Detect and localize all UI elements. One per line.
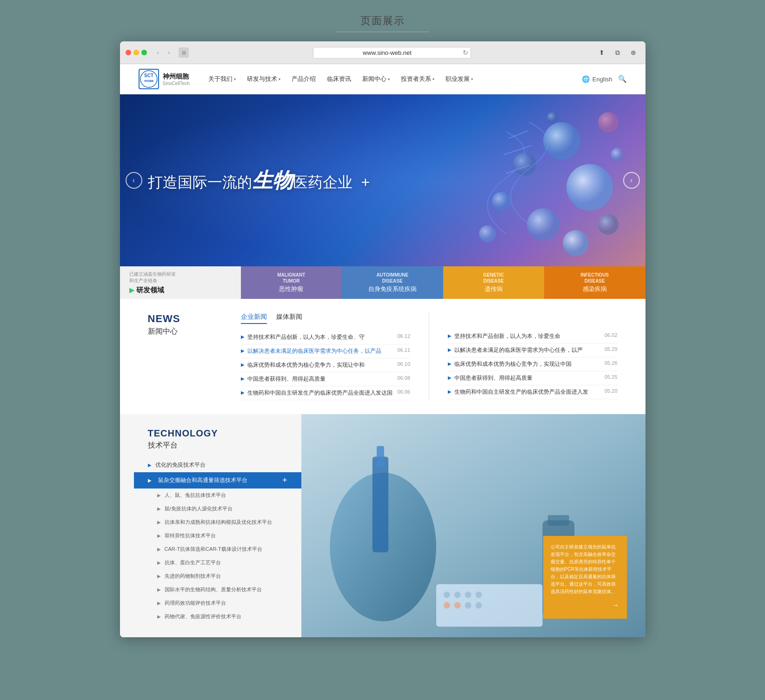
- news-label-en: NEWS: [148, 313, 222, 325]
- tab-company-news[interactable]: 企业新闻: [241, 313, 267, 324]
- address-bar-container: www.sino-web.net ↻: [313, 47, 471, 59]
- svg-point-29: [454, 602, 460, 609]
- nav-lang[interactable]: 🌐 English 🔍: [582, 75, 627, 83]
- research-tab-autoimmune[interactable]: AUTOIMMUNEDISEASE 自身免疫系统疾病: [342, 266, 443, 299]
- reload-button[interactable]: ↻: [463, 49, 468, 56]
- nav-news[interactable]: 新闻中心 ▾: [362, 75, 390, 83]
- page-title: 页面展示: [0, 14, 765, 28]
- tech-item-12[interactable]: ▶ 药物代谢、免疫源性评价技术平台: [143, 610, 301, 623]
- tech-item-11[interactable]: ▶ 药理药效功能评价技术平台: [143, 596, 301, 610]
- tech-list: ▶ 优化的免疫技术平台 ▶ 鼠杂交瘤融合和高通量筛选技术平台 + ▶ 人、鼠、兔…: [148, 458, 287, 623]
- news-item-date: 06.06: [397, 389, 410, 395]
- news-left-item-4: ▶ 中国患者获得到、用得起高质量 06.08: [241, 372, 411, 386]
- hero-title-prefix: 打造国际一流的: [148, 174, 252, 191]
- nav-career-arrow: ▾: [471, 77, 473, 81]
- close-dot[interactable]: [126, 50, 131, 55]
- tech-item-5[interactable]: ▶ 抗体亲和力成熟和抗体结构模拟及优化技术平台: [143, 515, 301, 529]
- tech-item-plus: +: [282, 475, 287, 485]
- tech-item-7[interactable]: ▶ CAR-T抗体筛选和CAR-T载体设计技术平台: [143, 542, 301, 556]
- news-right-item-2: ▶ 以解决患者未满足的临床医学需求为中心任务，以严 05.29: [448, 343, 618, 357]
- news-item-date: 05.29: [605, 346, 618, 352]
- tech-item-arrow: ▶: [157, 547, 161, 552]
- tech-item-8[interactable]: ▶ 抗体、蛋白生产工艺平台: [143, 556, 301, 569]
- tech-item-arrow: ▶: [157, 520, 161, 525]
- news-item-arrow: ▶: [241, 376, 245, 381]
- tech-item-4[interactable]: ▶ 鼠/免疫抗体的人源化技术平台: [143, 502, 301, 515]
- news-item-arrow: ▶: [448, 347, 452, 352]
- hero-title: 打造国际一流的生物医药企业 +: [148, 167, 370, 193]
- window-button[interactable]: ⊟: [179, 47, 189, 58]
- back-button[interactable]: ‹: [153, 48, 163, 57]
- forward-button[interactable]: ›: [165, 48, 174, 57]
- tech-item-label: 优化的免疫技术平台: [155, 461, 206, 469]
- globe-icon: 🌐: [582, 75, 590, 83]
- tech-item-1[interactable]: ▶ 优化的免疫技术平台: [148, 458, 287, 472]
- tab-autoimmune-en: AUTOIMMUNEDISEASE: [376, 272, 408, 284]
- share-button[interactable]: ⬆: [595, 46, 608, 59]
- tab-malignant-en: MALIGNANTTUMOR: [277, 272, 305, 284]
- news-left-item-2: ▶ 以解决患者未满足的临床医学需求为中心任务，以产品 06.11: [241, 344, 411, 358]
- lang-label: English: [592, 76, 612, 83]
- tab-genetic-en: GENETICDISEASE: [483, 272, 504, 284]
- svg-text:神州细胞: 神州细胞: [144, 79, 154, 82]
- news-item-text: 生物药和中国自主研发生产的临床优势产品全面进入发: [454, 388, 601, 396]
- tech-item-10[interactable]: ▶ 国际水平的生物药结构、质量分析技术平台: [143, 583, 301, 596]
- research-tab-genetic[interactable]: GENETICDISEASE 遗传病: [443, 266, 545, 299]
- news-left-item-3: ▶ 临床优势和成本优势为核心竞争力，实现让中和 06.10: [241, 358, 411, 372]
- tech-right: 公司自主研发建立领先的鼠单抗发现平台，包含高融合效率杂交瘤交量、抗原诱导的特异性…: [301, 414, 645, 637]
- tech-item-label: CAR-T抗体筛选和CAR-T载体设计技术平台: [165, 546, 262, 553]
- browser-chrome: ‹ › ⊟ www.sino-web.net ↻ ⬆ ⧉ ⊕: [120, 41, 645, 64]
- address-bar[interactable]: www.sino-web.net: [313, 47, 471, 59]
- news-item-arrow: ▶: [241, 390, 245, 395]
- news-item-arrow: ▶: [241, 348, 245, 353]
- nav-rd-arrow: ▾: [279, 77, 280, 81]
- nav-menu: 关于我们 ▾ 研发与技术 ▾ 产品介绍 临床资讯 新闻中心 ▾: [208, 75, 582, 83]
- research-label-inner: 已建立涵盖生物药研发和生产全链条 ▶ 研发领域: [129, 271, 176, 295]
- tech-item-6[interactable]: ▶ 双特异性抗体技术平台: [143, 529, 301, 542]
- news-left-item-1: ▶ 坚持技术和产品创新，以人为本，珍爱生命、守 06.12: [241, 330, 411, 344]
- menu-button[interactable]: ⊕: [627, 46, 640, 59]
- tech-item-3[interactable]: ▶ 人、鼠、兔抗抗体技术平台: [143, 489, 301, 502]
- news-item-text: 中国患者获得到、用得起高质量: [247, 375, 394, 383]
- logo-company-en: SinoCellTech: [163, 81, 190, 86]
- minimize-dot[interactable]: [133, 50, 139, 55]
- nav-products[interactable]: 产品介绍: [292, 75, 316, 83]
- tab-media-news[interactable]: 媒体新闻: [276, 313, 302, 324]
- nav-career[interactable]: 职业发展 ▾: [446, 75, 473, 83]
- tech-item-arrow: ▶: [148, 462, 152, 468]
- research-title-row: ▶ 研发领域: [129, 286, 176, 295]
- tech-item-arrow: ▶: [157, 601, 161, 606]
- tech-item-label: 国际水平的生物药结构、质量分析技术平台: [165, 586, 262, 593]
- news-right-item-4: ▶ 中国患者获得到、用得起高质量 05.25: [448, 371, 618, 385]
- nav-about-arrow: ▾: [234, 77, 236, 81]
- browser-dots: [126, 50, 147, 55]
- news-left-list: ▶ 坚持技术和产品创新，以人为本，珍爱生命、守 06.12 ▶ 以解决患者未满足…: [241, 330, 411, 400]
- nav-investor[interactable]: 投资者关系 ▾: [401, 75, 434, 83]
- tech-item-2-active[interactable]: ▶ 鼠杂交瘤融合和高通量筛选技术平台 +: [134, 472, 301, 489]
- tech-item-arrow: ▶: [157, 493, 161, 498]
- research-tabs: MALIGNANTTUMOR 恶性肿瘤 AUTOIMMUNEDISEASE 自身…: [241, 266, 645, 299]
- nav-rd[interactable]: 研发与技术 ▾: [247, 75, 280, 83]
- research-tab-malignant[interactable]: MALIGNANTTUMOR 恶性肿瘤: [241, 266, 342, 299]
- hero-arrow-left[interactable]: ‹: [126, 172, 142, 189]
- svg-point-27: [475, 592, 482, 598]
- news-item-text: 坚持技术和产品创新，以人为本，珍爱生命、守: [247, 333, 394, 341]
- nav-about-label: 关于我们: [208, 75, 233, 83]
- tech-info-arrow[interactable]: →: [551, 599, 619, 611]
- news-link[interactable]: 以解决患者未满足的临床医学需求为中心任务，以产品: [247, 348, 381, 354]
- search-icon[interactable]: 🔍: [618, 75, 627, 83]
- tech-item-arrow: ▶: [157, 574, 161, 579]
- hero-arrow-right[interactable]: ›: [623, 172, 640, 189]
- browser-actions: ⬆ ⧉ ⊕: [595, 46, 640, 59]
- svg-rect-19: [372, 456, 388, 552]
- news-right: ▶ 坚持技术和产品创新，以人为本，珍爱生命 06.02 ▶ 以解决患者未满足的临…: [448, 313, 618, 400]
- nav-about[interactable]: 关于我们 ▾: [208, 75, 236, 83]
- nav-clinical-label: 临床资讯: [327, 75, 351, 83]
- maximize-dot[interactable]: [141, 50, 147, 55]
- tech-item-9[interactable]: ▶ 先进的药物制剂技术平台: [143, 569, 301, 583]
- nav-clinical[interactable]: 临床资讯: [327, 75, 351, 83]
- research-title-zh: 研发领域: [136, 286, 164, 295]
- research-tab-infectious[interactable]: INFECTIOUSDISEASE 感染疾病: [544, 266, 645, 299]
- tab-button[interactable]: ⧉: [611, 46, 624, 59]
- tech-item-label: 药理药效功能评价技术平台: [165, 600, 226, 607]
